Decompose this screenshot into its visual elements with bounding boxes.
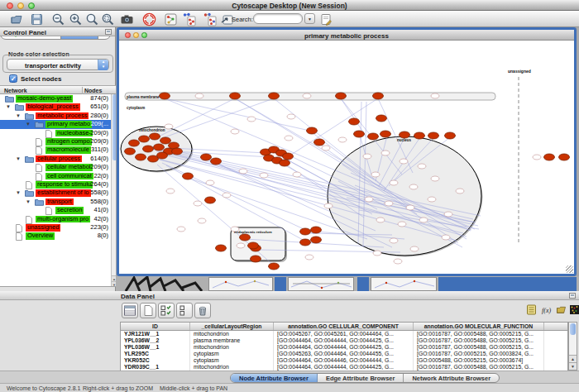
network-node[interactable]: [400, 131, 410, 138]
network-node-unselected[interactable]: [371, 172, 380, 177]
network-node-unselected[interactable]: [390, 238, 398, 243]
expand-arrow-icon[interactable]: ▼: [26, 198, 31, 205]
network-node[interactable]: [373, 93, 384, 99]
network-node[interactable]: [205, 197, 216, 203]
network-node[interactable]: [544, 154, 555, 160]
table-row[interactable]: YPL036W__2plasma membrane[GO:0044464, GO…: [121, 337, 567, 344]
tree-row[interactable]: cell communicat22(0): [0, 172, 111, 180]
network-node-unselected[interactable]: [456, 189, 464, 194]
network-node-unselected[interactable]: [376, 218, 385, 222]
network-node-unselected[interactable]: [260, 173, 268, 178]
tree-row[interactable]: mosaic-demo-yeast874(0): [0, 94, 111, 103]
network-node[interactable]: [125, 148, 136, 155]
network-node[interactable]: [269, 93, 280, 99]
network-node-unselected[interactable]: [410, 246, 419, 251]
network-node-unselected[interactable]: [373, 251, 381, 256]
network-node-unselected[interactable]: [400, 159, 408, 164]
zoom-in-icon[interactable]: [69, 12, 83, 26]
network-node-unselected[interactable]: [533, 155, 541, 160]
tree-column-header[interactable]: Network Nodes: [0, 85, 116, 94]
tree-row[interactable]: cellular metabol209(0): [0, 163, 111, 171]
matrix-icon[interactable]: [569, 304, 579, 315]
network-compare-a-icon[interactable]: [182, 12, 196, 26]
network-node-unselected[interactable]: [324, 203, 333, 208]
network-node-unselected[interactable]: [442, 235, 450, 240]
select-attributes-icon[interactable]: [158, 303, 175, 318]
tree-row[interactable]: ▼primary metabo209(...: [0, 120, 111, 128]
network-node[interactable]: [136, 154, 146, 160]
select-nodes-checkbox[interactable]: ✓: [9, 74, 17, 83]
network-node-unselected[interactable]: [166, 189, 175, 194]
network-node[interactable]: [300, 239, 311, 246]
tree-row[interactable]: ▼transport558(0): [0, 198, 111, 206]
network-view-window[interactable]: primary metabolic process plasma membran…: [117, 27, 577, 276]
expand-arrow-icon[interactable]: ▼: [16, 112, 21, 119]
network-node[interactable]: [559, 154, 570, 160]
network-node-unselected[interactable]: [381, 151, 390, 155]
network-node-unselected[interactable]: [418, 164, 426, 169]
table-icon[interactable]: [122, 303, 138, 318]
tab-edge-attribute-browser[interactable]: Edge Attribute Browser: [318, 374, 404, 382]
network-node-unselected[interactable]: [198, 218, 206, 223]
network-node[interactable]: [150, 133, 160, 140]
col-header-id[interactable]: ID: [121, 323, 190, 330]
network-node[interactable]: [311, 227, 322, 233]
network-node[interactable]: [280, 160, 290, 166]
network-node-unselected[interactable]: [223, 193, 231, 198]
network-node[interactable]: [445, 132, 456, 139]
network-node-unselected[interactable]: [406, 205, 414, 210]
network-node-unselected[interactable]: [365, 197, 373, 202]
network-node-unselected[interactable]: [431, 176, 439, 181]
float-panel-icon[interactable]: [105, 29, 112, 35]
zoom-fit-icon[interactable]: [85, 12, 99, 26]
network-node-unselected[interactable]: [338, 137, 347, 142]
table-row[interactable]: YJR121W__1mitochondrion[GO:0045267, GO:0…: [121, 331, 567, 337]
open-attributes-icon[interactable]: [556, 304, 567, 315]
network-node-unselected[interactable]: [431, 93, 439, 98]
expand-arrow-icon[interactable]: ▼: [16, 155, 21, 162]
background-window[interactable]: [288, 277, 354, 291]
network-compare-b-icon[interactable]: [203, 12, 217, 26]
network-node-unselected[interactable]: [195, 93, 203, 98]
network-node[interactable]: [414, 132, 425, 139]
search-combo-arrow[interactable]: ▼: [304, 13, 315, 24]
tree-row[interactable]: ▼establishment of lo558(0): [0, 189, 111, 197]
network-node-unselected[interactable]: [303, 93, 311, 98]
network-node-unselected[interactable]: [165, 124, 173, 129]
network-node[interactable]: [283, 153, 294, 160]
network-node[interactable]: [160, 137, 171, 144]
network-node-unselected[interactable]: [394, 259, 402, 264]
network-node-unselected[interactable]: [390, 180, 398, 185]
network-node-unselected[interactable]: [305, 255, 313, 260]
save-icon[interactable]: [30, 12, 44, 26]
network-node-unselected[interactable]: [444, 212, 452, 217]
network-node[interactable]: [154, 144, 165, 151]
node-color-dropdown[interactable]: transporter activity ▲▼: [7, 59, 109, 70]
network-node[interactable]: [143, 146, 154, 152]
col-header-region[interactable]: _cellularLayoutRegion: [190, 323, 274, 330]
tree-row[interactable]: ▼cellular process614(0): [0, 155, 111, 163]
snapshot-camera-icon[interactable]: [120, 12, 134, 26]
network-node[interactable]: [129, 140, 140, 146]
network-node-unselected[interactable]: [293, 172, 301, 177]
network-node[interactable]: [160, 93, 170, 99]
network-node-unselected[interactable]: [419, 218, 428, 222]
network-node[interactable]: [368, 133, 379, 140]
tab-node-attribute-browser[interactable]: Node Attribute Browser: [231, 374, 318, 382]
help-lifering-icon[interactable]: [142, 12, 156, 26]
network-node-unselected[interactable]: [177, 227, 185, 232]
network-node[interactable]: [311, 237, 322, 243]
tree-row[interactable]: Overview8(0): [0, 232, 111, 240]
network-node[interactable]: [216, 245, 227, 251]
network-node-unselected[interactable]: [398, 222, 406, 227]
network-node[interactable]: [172, 148, 183, 155]
network-node[interactable]: [336, 93, 347, 99]
table-scroll-up-icon[interactable]: ▲: [569, 355, 577, 362]
delete-attribute-icon[interactable]: [194, 303, 211, 318]
expand-arrow-icon[interactable]: ▼: [6, 103, 11, 110]
network-node[interactable]: [230, 93, 241, 99]
table-row[interactable]: YLR295Ccytoplasm[GO:0045263, GO:0044464,…: [121, 351, 567, 357]
network-node[interactable]: [183, 173, 194, 179]
network-node-unselected[interactable]: [285, 136, 293, 141]
background-window[interactable]: [371, 277, 437, 291]
